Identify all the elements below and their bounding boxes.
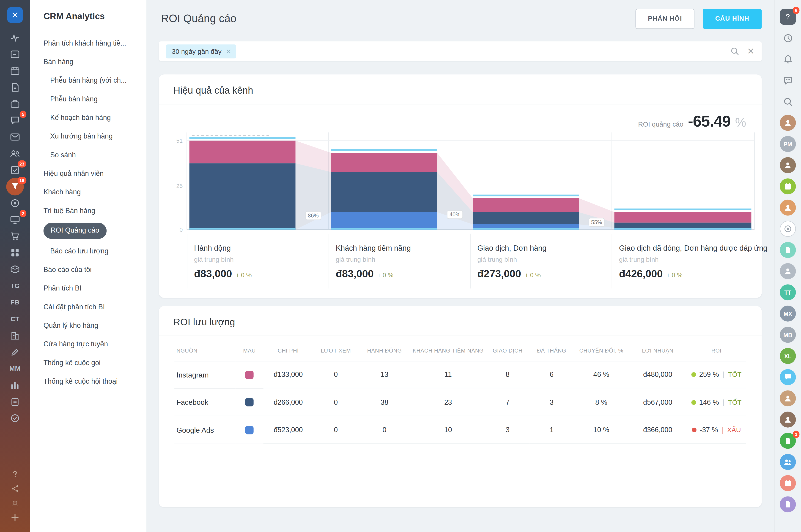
rail-item-projects[interactable] xyxy=(7,394,23,410)
calendar-icon xyxy=(10,66,20,76)
deals-cell: 8 xyxy=(486,361,529,388)
table-row[interactable]: Google Adsđ523,00000103110 %đ366,000-37 … xyxy=(175,416,746,444)
clear-filter-icon[interactable]: ✕ xyxy=(747,47,754,55)
rail-item-add[interactable] xyxy=(8,511,22,524)
sidebar-item-10[interactable]: ROI Quảng cáo xyxy=(30,220,146,242)
right-rail-app-icon[interactable] xyxy=(780,496,796,512)
right-rail-app-icon[interactable]: 1 xyxy=(780,433,796,449)
sidebar-item-0[interactable]: Phân tích khách hàng tiề... xyxy=(30,34,146,53)
right-rail-calendar-app[interactable] xyxy=(780,475,796,491)
sidebar-item-18[interactable]: Thống kê cuộc hội thoại xyxy=(30,372,146,391)
sidebar-item-5[interactable]: Xu hướng bán hàng xyxy=(30,127,146,146)
right-rail-user-avatar[interactable]: PM xyxy=(780,136,796,152)
right-rail-user-avatar[interactable] xyxy=(780,200,796,216)
source-name[interactable]: Google Ads xyxy=(175,417,236,444)
stage-avg-value: đ83,000+ 0 % xyxy=(194,268,252,280)
right-rail-people-app[interactable] xyxy=(780,454,796,470)
sidebar-item-13[interactable]: Phân tích BI xyxy=(30,279,146,298)
table-row[interactable]: Instagramđ133,000013118646 %đ480,000259 … xyxy=(175,361,746,389)
rail-item-crm[interactable] xyxy=(7,96,23,112)
source-name[interactable]: Facebook xyxy=(175,389,236,416)
right-rail-search[interactable] xyxy=(780,94,796,110)
sidebar-item-2[interactable]: Phễu bán hàng (với ch... xyxy=(30,72,146,90)
calendarFill-icon xyxy=(783,479,792,487)
right-rail-history[interactable] xyxy=(780,30,796,46)
right-rail-user-avatar[interactable]: TT xyxy=(780,284,796,300)
rail-item-documents[interactable] xyxy=(7,80,23,95)
right-rail-helpdesk[interactable]: 6 xyxy=(780,9,796,25)
sidebar-item-3[interactable]: Phễu bán hàng xyxy=(30,90,146,109)
rail-item-warehouse[interactable] xyxy=(7,262,23,277)
sidebar-item-9[interactable]: Trí tuệ Bán hàng xyxy=(30,202,146,220)
sidebar-item-7[interactable]: Hiệu quả nhân viên xyxy=(30,164,146,183)
sidebar-item-12[interactable]: Báo cáo của tôi xyxy=(30,261,146,279)
rail-item-mm-channel[interactable]: MM xyxy=(7,361,23,376)
rail-item-settings[interactable] xyxy=(8,496,22,510)
sidebar-item-4[interactable]: Kế hoạch bán hàng xyxy=(30,109,146,127)
rail-item-company[interactable] xyxy=(7,328,23,343)
filter-chip[interactable]: 30 ngày gần đây ✕ xyxy=(166,44,236,58)
sidebar-item-6[interactable]: So sánh xyxy=(30,146,146,164)
right-rail-user-avatar[interactable] xyxy=(780,115,796,131)
right-rail-user-avatar[interactable]: MX xyxy=(780,306,796,322)
right-rail-app-icon[interactable] xyxy=(780,242,796,258)
rail-item-automation[interactable] xyxy=(7,245,23,261)
right-rail-user-avatar[interactable] xyxy=(780,412,796,428)
color-swatch xyxy=(245,398,254,406)
right-rail-chat-app[interactable] xyxy=(780,369,796,385)
rail-item-sales-funnel[interactable]: 16 xyxy=(7,179,23,194)
right-rail-user-avatar[interactable] xyxy=(780,263,796,279)
right-icon-rail: 6PMTTMXMBXL1 xyxy=(774,0,801,532)
right-rail-app-icon[interactable] xyxy=(780,221,796,237)
rail-item-feed[interactable] xyxy=(7,46,23,62)
rail-item-support[interactable] xyxy=(8,468,22,481)
feedback-button[interactable]: PHẢN HỒI xyxy=(636,8,694,28)
sidebar-item-11[interactable]: Báo cáo lưu lượng xyxy=(30,242,146,261)
rail-item-network[interactable] xyxy=(8,482,22,495)
table-row[interactable]: Facebookđ266,00003823738 %đ567,000146 %|… xyxy=(175,389,746,416)
chip-remove-icon[interactable]: ✕ xyxy=(226,48,232,55)
rail-item-sign[interactable] xyxy=(7,344,23,360)
source-color-cell xyxy=(236,389,263,416)
rail-item-contact-center[interactable]: CT xyxy=(7,311,23,327)
leads-cell: 11 xyxy=(411,361,486,388)
roi-pipe: | xyxy=(723,399,725,406)
sidebar-item-17[interactable]: Thống kê cuộc gọi xyxy=(30,354,146,372)
rail-item-pulse[interactable] xyxy=(7,30,23,45)
rail-item-online-store[interactable] xyxy=(7,228,23,244)
right-rail-chat[interactable] xyxy=(780,72,796,88)
right-rail-user-avatar[interactable]: MB xyxy=(780,327,796,343)
rail-item-messenger[interactable]: 5 xyxy=(7,113,23,128)
configure-button[interactable]: CẤU HÌNH xyxy=(703,8,762,28)
stage-label: Giao dịch đã đóng, Đơn hàng được đáp ứng xyxy=(619,244,767,252)
rail-item-analytics[interactable] xyxy=(7,378,23,393)
sidebar-item-1[interactable]: Bán hàng xyxy=(30,53,146,71)
cost-cell: đ266,000 xyxy=(263,389,313,416)
chat-icon xyxy=(10,115,20,126)
right-rail-calendar-app[interactable] xyxy=(780,178,796,194)
sidebar-item-8[interactable]: Khách hàng xyxy=(30,183,146,202)
rail-item-quality[interactable] xyxy=(7,411,23,426)
rail-item-calendar[interactable] xyxy=(7,63,23,79)
filter-search-bar[interactable]: 30 ngày gần đây ✕ ✕ xyxy=(159,41,762,61)
rail-item-tg-channel[interactable]: TG xyxy=(7,278,23,294)
right-rail-user-avatar[interactable] xyxy=(780,390,796,406)
right-rail-user-avatar[interactable] xyxy=(780,157,796,173)
rail-item-mail[interactable] xyxy=(7,129,23,145)
search-icon[interactable] xyxy=(730,46,739,56)
column-header-10: ROI xyxy=(687,341,746,361)
right-rail-user-avatar[interactable]: XL xyxy=(780,348,796,364)
funnel-stage-summary-3: Giao dịch đã đóng, Đơn hàng được đáp ứng… xyxy=(619,244,767,280)
rail-item-sites[interactable]: 2 xyxy=(7,212,23,228)
menu-close-button[interactable] xyxy=(7,7,23,23)
right-rail-notifications[interactable] xyxy=(780,51,796,67)
source-name[interactable]: Instagram xyxy=(175,361,236,389)
rail-item-marketing[interactable] xyxy=(7,195,23,211)
sidebar-item-15[interactable]: Quản lý kho hàng xyxy=(30,316,146,335)
rail-item-tasks[interactable]: 23 xyxy=(7,162,23,178)
stage-sublabel: giá trung bình xyxy=(336,256,411,263)
rail-item-fb-channel[interactable]: FB xyxy=(7,294,23,310)
rail-item-employees[interactable] xyxy=(7,146,23,162)
sidebar-item-16[interactable]: Cửa hàng trực tuyến xyxy=(30,335,146,354)
sidebar-item-14[interactable]: Cài đặt phân tích BI xyxy=(30,298,146,316)
